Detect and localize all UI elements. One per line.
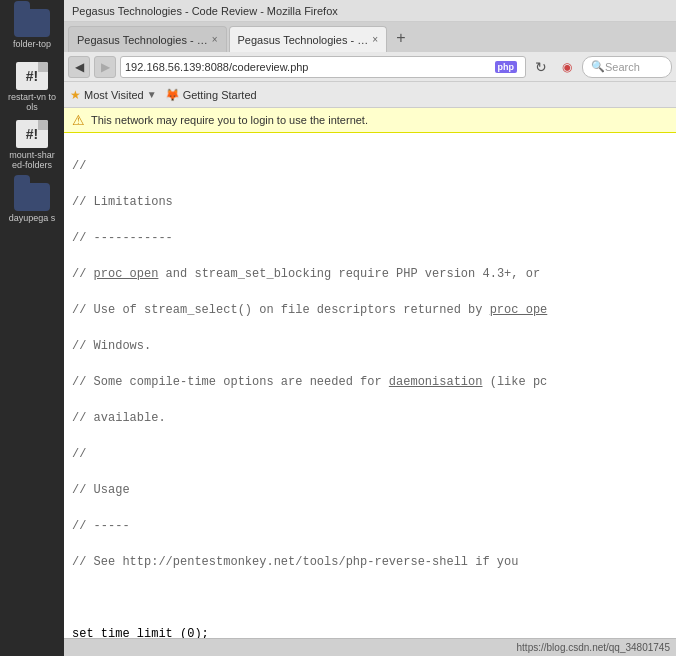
desktop: folder-top #! restart-vn tools #! mount-… <box>0 0 676 656</box>
taskbar-icon-mount[interactable]: #! mount-shared-folders <box>7 120 57 170</box>
refresh-button[interactable]: ↻ <box>530 56 552 78</box>
code-line-4: // proc_open and stream_set_blocking req… <box>72 265 668 283</box>
file-icon-restart: #! <box>16 62 48 90</box>
search-input[interactable]: 🔍 Search <box>582 56 672 78</box>
code-line-5: // Use of stream_select() on file descri… <box>72 301 668 319</box>
forward-button[interactable]: ▶ <box>94 56 116 78</box>
url-text: 192.168.56.139:8088/codereview.php <box>125 61 495 73</box>
code-line-12: // See http://pentestmonkey.net/tools/ph… <box>72 553 668 571</box>
code-content: // // Limitations // ----------- // proc… <box>64 137 676 638</box>
taskbar-icon-dayu[interactable]: folder-top <box>7 4 57 54</box>
code-line-14: set_time_limit (0); <box>72 625 668 638</box>
nav-bar: ◀ ▶ 192.168.56.139:8088/codereview.php p… <box>64 52 676 82</box>
bookmark-getting-started-label: Getting Started <box>183 89 257 101</box>
tab-2-label: Pegasus Technologies - … <box>238 34 369 46</box>
code-line-3: // ----------- <box>72 229 668 247</box>
code-line-13 <box>72 589 668 607</box>
code-line-11: // ----- <box>72 517 668 535</box>
code-area: // // Limitations // ----------- // proc… <box>64 133 676 638</box>
code-line-2: // Limitations <box>72 193 668 211</box>
new-tab-button[interactable]: + <box>389 26 413 50</box>
tab-1[interactable]: Pegasus Technologies - … × <box>68 26 227 52</box>
browser-window: Pegasus Technologies - Code Review - Moz… <box>64 0 676 656</box>
back-button[interactable]: ◀ <box>68 56 90 78</box>
folder-icon-dayupega <box>14 183 50 211</box>
taskbar: folder-top #! restart-vn tools #! mount-… <box>0 0 64 656</box>
code-line-1: // <box>72 157 668 175</box>
notification-text: This network may require you to login to… <box>91 114 368 126</box>
notification-bar: ⚠ This network may require you to login … <box>64 108 676 133</box>
bookmark-getting-started[interactable]: 🦊 Getting Started <box>165 88 257 102</box>
file-icon-mount: #! <box>16 120 48 148</box>
code-line-6: // Windows. <box>72 337 668 355</box>
search-placeholder: Search <box>605 61 640 73</box>
most-visited-arrow: ▼ <box>147 89 157 100</box>
taskbar-label-mount: mount-shared-folders <box>7 150 57 170</box>
code-line-10: // Usage <box>72 481 668 499</box>
status-bar: https://blog.csdn.net/qq_34801745 <box>64 638 676 656</box>
notification-icon: ⚠ <box>72 112 85 128</box>
taskbar-label-dayupega: dayupega s <box>9 213 56 223</box>
bookmark-most-visited[interactable]: ★ Most Visited ▼ <box>70 88 157 102</box>
tab-bar: Pegasus Technologies - … × Pegasus Techn… <box>64 22 676 52</box>
bookmarks-bar: ★ Most Visited ▼ 🦊 Getting Started <box>64 82 676 108</box>
code-line-7: // Some compile-time options are needed … <box>72 373 668 391</box>
status-url: https://blog.csdn.net/qq_34801745 <box>517 642 670 653</box>
stop-button[interactable]: ◉ <box>556 56 578 78</box>
php-badge: php <box>495 61 518 73</box>
folder-icon <box>14 9 50 37</box>
star-icon: ★ <box>70 88 81 102</box>
window-title: Pegasus Technologies - Code Review - Moz… <box>72 5 338 17</box>
taskbar-label-restart: restart-vn tools <box>7 92 57 112</box>
taskbar-icon-dayupega[interactable]: dayupega s <box>7 178 57 228</box>
code-line-8: // available. <box>72 409 668 427</box>
firefox-icon: 🦊 <box>165 88 180 102</box>
search-icon: 🔍 <box>591 60 605 73</box>
bookmark-most-visited-label: Most Visited <box>84 89 144 101</box>
tab-2[interactable]: Pegasus Technologies - … × <box>229 26 388 52</box>
code-line-9: // <box>72 445 668 463</box>
title-bar: Pegasus Technologies - Code Review - Moz… <box>64 0 676 22</box>
url-bar[interactable]: 192.168.56.139:8088/codereview.php php <box>120 56 526 78</box>
taskbar-icon-restart[interactable]: #! restart-vn tools <box>7 62 57 112</box>
tab-1-close[interactable]: × <box>212 34 218 45</box>
taskbar-label-dayu: folder-top <box>13 39 51 49</box>
tab-2-close[interactable]: × <box>372 34 378 45</box>
tab-1-label: Pegasus Technologies - … <box>77 34 208 46</box>
